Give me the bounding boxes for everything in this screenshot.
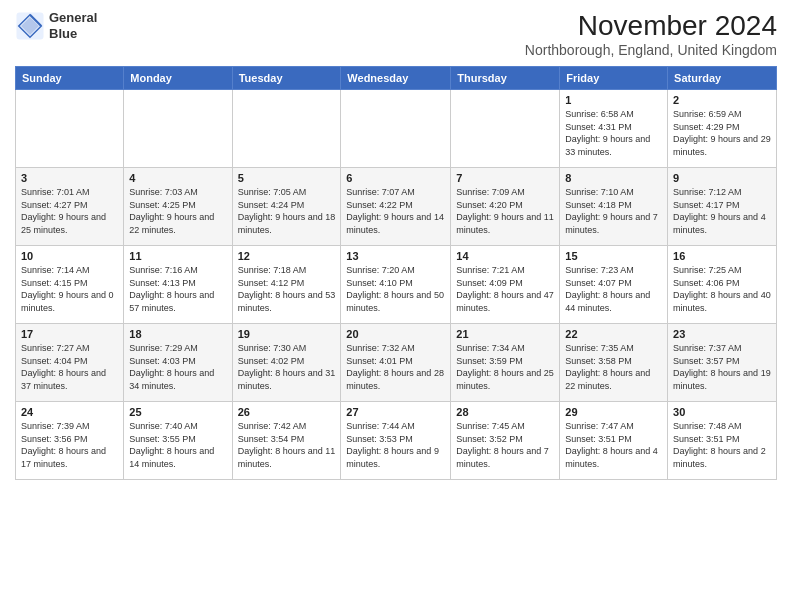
day-number: 18	[129, 328, 226, 340]
day-number: 12	[238, 250, 336, 262]
day-number: 15	[565, 250, 662, 262]
day-cell: 16Sunrise: 7:25 AM Sunset: 4:06 PM Dayli…	[668, 246, 777, 324]
day-info: Sunrise: 7:25 AM Sunset: 4:06 PM Dayligh…	[673, 264, 771, 314]
logo-line2: Blue	[49, 26, 97, 42]
day-number: 2	[673, 94, 771, 106]
location: Northborough, England, United Kingdom	[525, 42, 777, 58]
day-cell	[124, 90, 232, 168]
day-info: Sunrise: 7:30 AM Sunset: 4:02 PM Dayligh…	[238, 342, 336, 392]
day-cell: 13Sunrise: 7:20 AM Sunset: 4:10 PM Dayli…	[341, 246, 451, 324]
day-info: Sunrise: 7:47 AM Sunset: 3:51 PM Dayligh…	[565, 420, 662, 470]
day-info: Sunrise: 7:01 AM Sunset: 4:27 PM Dayligh…	[21, 186, 118, 236]
day-info: Sunrise: 7:12 AM Sunset: 4:17 PM Dayligh…	[673, 186, 771, 236]
col-sunday: Sunday	[16, 67, 124, 90]
day-number: 6	[346, 172, 445, 184]
day-cell: 11Sunrise: 7:16 AM Sunset: 4:13 PM Dayli…	[124, 246, 232, 324]
day-number: 8	[565, 172, 662, 184]
day-cell: 28Sunrise: 7:45 AM Sunset: 3:52 PM Dayli…	[451, 402, 560, 480]
day-number: 29	[565, 406, 662, 418]
day-cell: 12Sunrise: 7:18 AM Sunset: 4:12 PM Dayli…	[232, 246, 341, 324]
day-cell: 10Sunrise: 7:14 AM Sunset: 4:15 PM Dayli…	[16, 246, 124, 324]
day-cell: 17Sunrise: 7:27 AM Sunset: 4:04 PM Dayli…	[16, 324, 124, 402]
day-cell: 14Sunrise: 7:21 AM Sunset: 4:09 PM Dayli…	[451, 246, 560, 324]
header-row: Sunday Monday Tuesday Wednesday Thursday…	[16, 67, 777, 90]
month-title: November 2024	[525, 10, 777, 42]
day-number: 28	[456, 406, 554, 418]
calendar-body: 1Sunrise: 6:58 AM Sunset: 4:31 PM Daylig…	[16, 90, 777, 480]
day-info: Sunrise: 7:20 AM Sunset: 4:10 PM Dayligh…	[346, 264, 445, 314]
day-number: 26	[238, 406, 336, 418]
day-info: Sunrise: 7:48 AM Sunset: 3:51 PM Dayligh…	[673, 420, 771, 470]
day-cell: 2Sunrise: 6:59 AM Sunset: 4:29 PM Daylig…	[668, 90, 777, 168]
logo-icon	[15, 11, 45, 41]
day-cell	[451, 90, 560, 168]
day-cell	[16, 90, 124, 168]
day-number: 23	[673, 328, 771, 340]
day-info: Sunrise: 7:21 AM Sunset: 4:09 PM Dayligh…	[456, 264, 554, 314]
day-info: Sunrise: 7:42 AM Sunset: 3:54 PM Dayligh…	[238, 420, 336, 470]
col-saturday: Saturday	[668, 67, 777, 90]
day-number: 17	[21, 328, 118, 340]
week-row-3: 10Sunrise: 7:14 AM Sunset: 4:15 PM Dayli…	[16, 246, 777, 324]
day-cell: 24Sunrise: 7:39 AM Sunset: 3:56 PM Dayli…	[16, 402, 124, 480]
day-number: 30	[673, 406, 771, 418]
day-number: 13	[346, 250, 445, 262]
day-cell: 22Sunrise: 7:35 AM Sunset: 3:58 PM Dayli…	[560, 324, 668, 402]
logo: General Blue	[15, 10, 97, 41]
day-info: Sunrise: 7:44 AM Sunset: 3:53 PM Dayligh…	[346, 420, 445, 470]
day-cell: 27Sunrise: 7:44 AM Sunset: 3:53 PM Dayli…	[341, 402, 451, 480]
day-info: Sunrise: 7:40 AM Sunset: 3:55 PM Dayligh…	[129, 420, 226, 470]
day-info: Sunrise: 6:59 AM Sunset: 4:29 PM Dayligh…	[673, 108, 771, 158]
day-cell: 26Sunrise: 7:42 AM Sunset: 3:54 PM Dayli…	[232, 402, 341, 480]
day-number: 19	[238, 328, 336, 340]
day-cell: 3Sunrise: 7:01 AM Sunset: 4:27 PM Daylig…	[16, 168, 124, 246]
day-number: 22	[565, 328, 662, 340]
day-number: 10	[21, 250, 118, 262]
day-info: Sunrise: 7:34 AM Sunset: 3:59 PM Dayligh…	[456, 342, 554, 392]
day-cell: 15Sunrise: 7:23 AM Sunset: 4:07 PM Dayli…	[560, 246, 668, 324]
day-info: Sunrise: 7:29 AM Sunset: 4:03 PM Dayligh…	[129, 342, 226, 392]
calendar-table: Sunday Monday Tuesday Wednesday Thursday…	[15, 66, 777, 480]
page: General Blue November 2024 Northborough,…	[0, 0, 792, 612]
week-row-5: 24Sunrise: 7:39 AM Sunset: 3:56 PM Dayli…	[16, 402, 777, 480]
day-cell: 19Sunrise: 7:30 AM Sunset: 4:02 PM Dayli…	[232, 324, 341, 402]
day-info: Sunrise: 7:07 AM Sunset: 4:22 PM Dayligh…	[346, 186, 445, 236]
col-tuesday: Tuesday	[232, 67, 341, 90]
day-cell: 25Sunrise: 7:40 AM Sunset: 3:55 PM Dayli…	[124, 402, 232, 480]
day-cell: 21Sunrise: 7:34 AM Sunset: 3:59 PM Dayli…	[451, 324, 560, 402]
day-info: Sunrise: 7:27 AM Sunset: 4:04 PM Dayligh…	[21, 342, 118, 392]
day-number: 9	[673, 172, 771, 184]
day-number: 16	[673, 250, 771, 262]
day-cell: 6Sunrise: 7:07 AM Sunset: 4:22 PM Daylig…	[341, 168, 451, 246]
day-info: Sunrise: 7:18 AM Sunset: 4:12 PM Dayligh…	[238, 264, 336, 314]
day-info: Sunrise: 7:10 AM Sunset: 4:18 PM Dayligh…	[565, 186, 662, 236]
calendar-header: Sunday Monday Tuesday Wednesday Thursday…	[16, 67, 777, 90]
day-number: 20	[346, 328, 445, 340]
day-cell: 4Sunrise: 7:03 AM Sunset: 4:25 PM Daylig…	[124, 168, 232, 246]
day-info: Sunrise: 7:23 AM Sunset: 4:07 PM Dayligh…	[565, 264, 662, 314]
col-monday: Monday	[124, 67, 232, 90]
day-number: 14	[456, 250, 554, 262]
day-cell: 7Sunrise: 7:09 AM Sunset: 4:20 PM Daylig…	[451, 168, 560, 246]
day-number: 27	[346, 406, 445, 418]
day-number: 25	[129, 406, 226, 418]
col-thursday: Thursday	[451, 67, 560, 90]
day-number: 11	[129, 250, 226, 262]
day-cell: 20Sunrise: 7:32 AM Sunset: 4:01 PM Dayli…	[341, 324, 451, 402]
week-row-1: 1Sunrise: 6:58 AM Sunset: 4:31 PM Daylig…	[16, 90, 777, 168]
day-cell: 23Sunrise: 7:37 AM Sunset: 3:57 PM Dayli…	[668, 324, 777, 402]
week-row-4: 17Sunrise: 7:27 AM Sunset: 4:04 PM Dayli…	[16, 324, 777, 402]
day-cell	[341, 90, 451, 168]
day-number: 21	[456, 328, 554, 340]
day-number: 24	[21, 406, 118, 418]
day-number: 1	[565, 94, 662, 106]
day-cell: 1Sunrise: 6:58 AM Sunset: 4:31 PM Daylig…	[560, 90, 668, 168]
col-friday: Friday	[560, 67, 668, 90]
day-info: Sunrise: 7:39 AM Sunset: 3:56 PM Dayligh…	[21, 420, 118, 470]
day-info: Sunrise: 7:37 AM Sunset: 3:57 PM Dayligh…	[673, 342, 771, 392]
title-block: November 2024 Northborough, England, Uni…	[525, 10, 777, 58]
day-info: Sunrise: 6:58 AM Sunset: 4:31 PM Dayligh…	[565, 108, 662, 158]
day-info: Sunrise: 7:16 AM Sunset: 4:13 PM Dayligh…	[129, 264, 226, 314]
day-cell: 18Sunrise: 7:29 AM Sunset: 4:03 PM Dayli…	[124, 324, 232, 402]
logo-line1: General	[49, 10, 97, 26]
